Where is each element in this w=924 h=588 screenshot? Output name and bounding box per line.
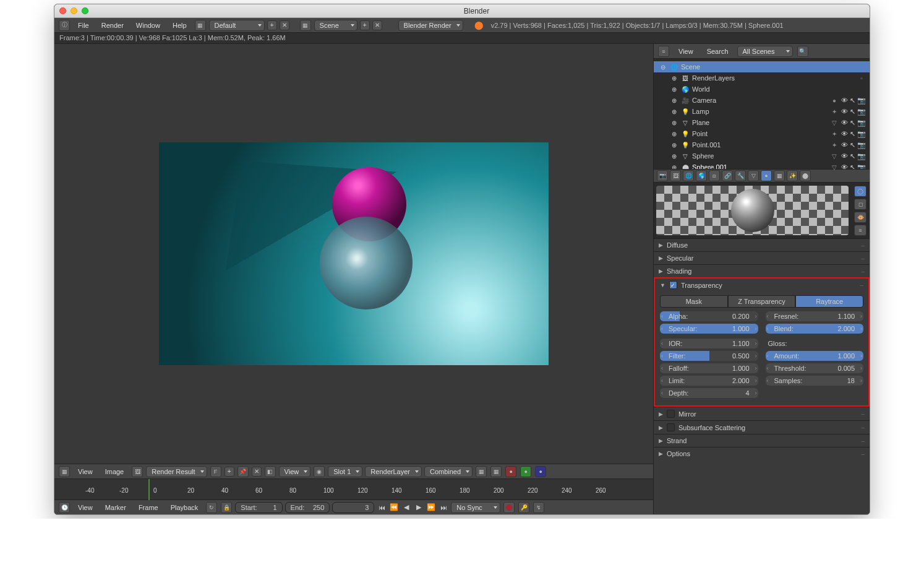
scene-close-button[interactable]: ✕ <box>372 20 382 30</box>
timeline-editor-type-icon[interactable]: 🕓 <box>59 502 70 513</box>
prop-tab-world[interactable]: 🌎 <box>696 170 707 181</box>
minimize-window-button[interactable] <box>71 7 77 14</box>
outliner-item-sphere[interactable]: ⊕▽Sphere▽👁↖📷 <box>654 150 870 162</box>
panel-mirror[interactable]: ▶Mirror– <box>654 407 870 420</box>
scene-dropdown[interactable]: Scene <box>314 20 357 31</box>
falloff-field[interactable]: Falloff:1.000 <box>660 363 758 373</box>
outliner-menu-view[interactable]: View <box>674 46 698 57</box>
prop-tab-scene[interactable]: 🌐 <box>683 170 694 181</box>
image-add-button[interactable]: + <box>225 467 234 477</box>
channel-r-icon[interactable]: ● <box>505 466 516 477</box>
preview-type-hair-icon[interactable]: ≡ <box>854 225 866 236</box>
start-frame-field[interactable]: Start:1 <box>235 502 282 513</box>
transparency-mode-raytrace[interactable]: Raytrace <box>795 295 863 308</box>
renderlayer-dropdown[interactable]: RenderLayer <box>365 466 422 477</box>
pass-dropdown[interactable]: Combined <box>424 466 473 477</box>
keyframe-next-icon[interactable]: ⏩ <box>426 503 436 512</box>
channel-a-icon[interactable]: ▦ <box>490 466 502 477</box>
layout-picker-icon[interactable]: ▦ <box>195 20 206 31</box>
sync-dropdown[interactable]: No Sync <box>451 502 500 513</box>
image-editor-type-icon[interactable]: ▦ <box>59 466 70 477</box>
expand-icon[interactable]: ⊕ <box>670 96 678 105</box>
visibility-icon[interactable]: 👁 <box>841 152 848 160</box>
panel-sss[interactable]: ▶Subsurface Scattering– <box>654 421 870 434</box>
prop-tab-material[interactable]: ● <box>761 170 772 181</box>
expand-icon[interactable]: ⊕ <box>670 107 678 116</box>
image-menu-view[interactable]: View <box>73 466 98 477</box>
outliner-editor-type-icon[interactable]: ≡ <box>658 46 669 57</box>
visibility-icon[interactable]: 👁 <box>841 141 848 149</box>
menu-render[interactable]: Render <box>96 20 129 31</box>
image-pin-icon[interactable]: 📌 <box>237 466 249 477</box>
expand-icon[interactable]: ⊕ <box>670 74 678 82</box>
tl-repeat-icon[interactable]: ↻ <box>206 502 217 513</box>
sss-enable-checkbox[interactable] <box>667 423 675 431</box>
tl-menu-frame[interactable]: Frame <box>134 502 163 513</box>
preview-type-sphere-icon[interactable]: ◯ <box>854 186 866 197</box>
play-icon[interactable]: ▶ <box>414 503 424 512</box>
panel-diffuse[interactable]: ▶Diffuse– <box>654 239 870 251</box>
render-visibility-icon[interactable]: 📷 <box>857 108 866 116</box>
end-frame-field[interactable]: End:250 <box>285 502 330 513</box>
samples-field[interactable]: Samples:18 <box>766 376 864 386</box>
outliner-search-icon[interactable]: 🔍 <box>797 46 808 57</box>
keying-insert-icon[interactable]: ↯ <box>533 502 544 513</box>
uv-icon[interactable]: ◧ <box>265 466 276 477</box>
channel-b-icon[interactable]: ● <box>535 466 546 477</box>
keyframe-prev-icon[interactable]: ⏪ <box>389 503 399 512</box>
depth-field[interactable]: Depth:4 <box>660 388 758 398</box>
menu-file[interactable]: File <box>73 20 94 31</box>
selectable-icon[interactable]: ↖ <box>850 130 855 138</box>
visibility-icon[interactable]: 👁 <box>841 97 848 105</box>
outliner-item-camera[interactable]: ⊕🎥Camera●👁↖📷 <box>654 95 870 106</box>
prop-tab-object[interactable]: ⧈ <box>709 170 720 181</box>
visibility-icon[interactable]: 👁 <box>841 108 848 116</box>
preview-type-cube-icon[interactable]: ◻ <box>854 199 866 210</box>
outliner-filter-dropdown[interactable]: All Scenes <box>737 46 793 57</box>
mirror-enable-checkbox[interactable] <box>667 410 675 418</box>
transparency-enable-checkbox[interactable] <box>669 281 677 289</box>
slot-dropdown[interactable]: Slot 1 <box>328 466 362 477</box>
jump-end-icon[interactable]: ⏭ <box>438 503 448 512</box>
image-browse-icon[interactable]: 🖼 <box>132 466 143 477</box>
visibility-icon[interactable]: 👁 <box>841 119 848 127</box>
preview-type-monkey-icon[interactable]: 🐵 <box>854 212 866 223</box>
maximize-window-button[interactable] <box>82 7 88 14</box>
image-f-button[interactable]: F <box>210 466 221 477</box>
view-mode-dropdown[interactable]: View <box>279 466 311 477</box>
transparency-mode-mask[interactable]: Mask <box>660 295 728 308</box>
render-visibility-icon[interactable]: 📷 <box>857 141 866 149</box>
panel-options[interactable]: ▶Options– <box>654 447 870 460</box>
outliner-item-world[interactable]: ⊕🌎World <box>654 84 870 95</box>
selectable-icon[interactable]: ↖ <box>850 119 855 127</box>
panel-transparency[interactable]: ▼ Transparency– <box>655 279 868 292</box>
expand-icon[interactable]: ⊕ <box>670 152 678 160</box>
info-header-icon[interactable]: ⓘ <box>59 20 70 31</box>
limit-field[interactable]: Limit:2.000 <box>660 376 758 386</box>
render-visibility-icon[interactable]: 📷 <box>857 152 866 160</box>
panel-strand[interactable]: ▶Strand– <box>654 435 870 447</box>
expand-icon[interactable]: ⊕ <box>670 118 678 127</box>
prop-tab-particles[interactable]: ✨ <box>787 170 798 181</box>
tl-menu-playback[interactable]: Playback <box>166 502 203 513</box>
tl-lock-icon[interactable]: 🔒 <box>221 502 232 513</box>
outliner-item-scene[interactable]: ⊖🌐Scene <box>654 61 870 72</box>
render-visibility-icon[interactable]: 📷 <box>857 119 866 127</box>
prop-tab-physics[interactable]: ⬤ <box>800 170 811 181</box>
fresnel-field[interactable]: Fresnel:1.100 <box>766 311 864 321</box>
selectable-icon[interactable]: ↖ <box>850 108 855 116</box>
timeline-track[interactable]: -40-200204060801001201401601802002202402… <box>54 478 653 499</box>
outliner-item-plane[interactable]: ⊕▽Plane▽👁↖📷 <box>654 117 870 128</box>
close-window-button[interactable] <box>59 7 66 14</box>
prop-tab-render[interactable]: 📷 <box>657 170 668 181</box>
outliner-item-renderlayers[interactable]: ⊕🖼RenderLayers▫ <box>654 72 870 84</box>
ior-field[interactable]: IOR:1.100 <box>660 339 758 348</box>
channel-g-icon[interactable]: ● <box>520 466 531 477</box>
prop-tab-constraints[interactable]: 🔗 <box>722 170 733 181</box>
panel-specular[interactable]: ▶Specular– <box>654 252 870 264</box>
jump-start-icon[interactable]: ⏮ <box>377 503 387 512</box>
outliner-menu-search[interactable]: Search <box>702 46 734 57</box>
expand-icon[interactable]: ⊕ <box>670 129 678 138</box>
blend-field[interactable]: Blend:2.000 <box>766 324 864 334</box>
selectable-icon[interactable]: ↖ <box>850 141 855 149</box>
